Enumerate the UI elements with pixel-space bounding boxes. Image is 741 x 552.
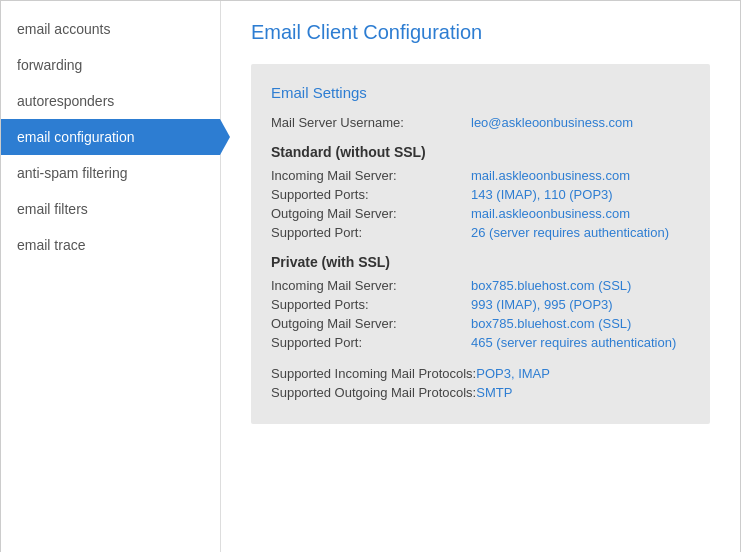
settings-section-title: Email Settings <box>271 84 690 101</box>
standard-ports-label: Supported Ports: <box>271 187 471 202</box>
standard-incoming-row: Incoming Mail Server: mail.askleoonbusin… <box>271 168 690 183</box>
private-incoming-label: Incoming Mail Server: <box>271 278 471 293</box>
standard-ports-value: 143 (IMAP), 110 (POP3) <box>471 187 613 202</box>
sidebar: email accounts forwarding autoresponders… <box>1 1 221 552</box>
page-title: Email Client Configuration <box>251 21 710 44</box>
private-heading: Private (with SSL) <box>271 254 690 270</box>
standard-incoming-value: mail.askleoonbusiness.com <box>471 168 630 183</box>
incoming-protocols-row: Supported Incoming Mail Protocols: POP3,… <box>271 366 690 381</box>
incoming-protocols-label: Supported Incoming Mail Protocols: <box>271 366 476 381</box>
outgoing-protocols-value: SMTP <box>476 385 512 400</box>
username-value: leo@askleoonbusiness.com <box>471 115 633 130</box>
app-container: email accounts forwarding autoresponders… <box>0 0 741 552</box>
private-outgoing-row: Outgoing Mail Server: box785.bluehost.co… <box>271 316 690 331</box>
main-content: Email Client Configuration Email Setting… <box>221 1 740 552</box>
standard-port-value: 26 (server requires authentication) <box>471 225 669 240</box>
private-port-row: Supported Port: 465 (server requires aut… <box>271 335 690 350</box>
outgoing-protocols-row: Supported Outgoing Mail Protocols: SMTP <box>271 385 690 400</box>
standard-outgoing-row: Outgoing Mail Server: mail.askleoonbusin… <box>271 206 690 221</box>
username-label: Mail Server Username: <box>271 115 471 130</box>
private-ports-value: 993 (IMAP), 995 (POP3) <box>471 297 613 312</box>
sidebar-item-email-configuration[interactable]: email configuration <box>1 119 220 155</box>
standard-ports-row: Supported Ports: 143 (IMAP), 110 (POP3) <box>271 187 690 202</box>
sidebar-item-email-trace[interactable]: email trace <box>1 227 220 263</box>
private-ports-label: Supported Ports: <box>271 297 471 312</box>
private-incoming-row: Incoming Mail Server: box785.bluehost.co… <box>271 278 690 293</box>
incoming-protocols-value: POP3, IMAP <box>476 366 550 381</box>
standard-outgoing-value: mail.askleoonbusiness.com <box>471 206 630 221</box>
settings-box: Email Settings Mail Server Username: leo… <box>251 64 710 424</box>
private-port-label: Supported Port: <box>271 335 471 350</box>
private-outgoing-value: box785.bluehost.com (SSL) <box>471 316 631 331</box>
sidebar-item-autoresponders[interactable]: autoresponders <box>1 83 220 119</box>
standard-outgoing-label: Outgoing Mail Server: <box>271 206 471 221</box>
standard-port-label: Supported Port: <box>271 225 471 240</box>
standard-port-row: Supported Port: 26 (server requires auth… <box>271 225 690 240</box>
sidebar-item-email-filters[interactable]: email filters <box>1 191 220 227</box>
standard-heading: Standard (without SSL) <box>271 144 690 160</box>
username-row: Mail Server Username: leo@askleoonbusine… <box>271 115 690 130</box>
private-incoming-value: box785.bluehost.com (SSL) <box>471 278 631 293</box>
sidebar-item-forwarding[interactable]: forwarding <box>1 47 220 83</box>
private-outgoing-label: Outgoing Mail Server: <box>271 316 471 331</box>
standard-incoming-label: Incoming Mail Server: <box>271 168 471 183</box>
sidebar-item-email-accounts[interactable]: email accounts <box>1 11 220 47</box>
sidebar-item-anti-spam-filtering[interactable]: anti-spam filtering <box>1 155 220 191</box>
protocols-section: Supported Incoming Mail Protocols: POP3,… <box>271 366 690 400</box>
outgoing-protocols-label: Supported Outgoing Mail Protocols: <box>271 385 476 400</box>
private-ports-row: Supported Ports: 993 (IMAP), 995 (POP3) <box>271 297 690 312</box>
private-port-value: 465 (server requires authentication) <box>471 335 676 350</box>
